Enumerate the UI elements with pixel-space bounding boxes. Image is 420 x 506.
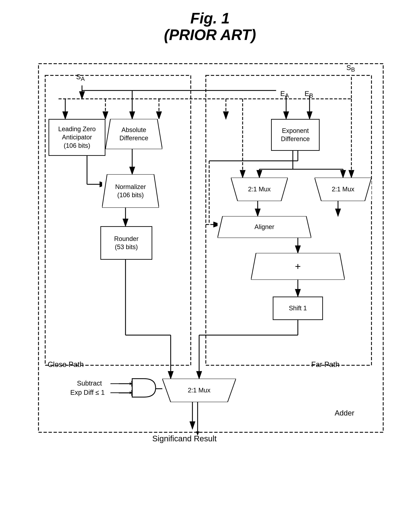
signal-sa-sub: A [81, 75, 85, 82]
title-line2: (PRIOR ART) [0, 27, 420, 43]
rounder-label: Rounder(53 bits) [114, 235, 139, 251]
abs-diff-block: AbsoluteDifference [105, 119, 162, 149]
svg-marker-54 [130, 391, 132, 394]
significand-result-label: Significand Result [152, 434, 217, 443]
mux1-label: 2:1 Mux [248, 185, 271, 193]
final-mux-block: 2:1 Mux [162, 379, 236, 402]
exp-diff-label: ExponentDifference [281, 127, 310, 143]
signal-sb-sub: B [351, 66, 355, 73]
svg-marker-57 [196, 432, 199, 436]
final-output-arrow [195, 402, 200, 436]
exp-diff-le1-label: Exp Diff ≤ 1 [70, 389, 105, 396]
subtract-arrow [110, 382, 132, 386]
mux2-block: 2:1 Mux [315, 178, 371, 201]
signal-ea: EA [280, 90, 289, 99]
exp-diff-block: ExponentDifference [271, 119, 320, 151]
rounder-block: Rounder(53 bits) [100, 226, 152, 260]
signal-ea-sub: A [285, 92, 289, 99]
title-line1: Fig. 1 [0, 10, 420, 27]
normalizer-block: Normalizer(106 bits) [102, 174, 159, 208]
adder-label: Adder [335, 409, 354, 417]
signal-eb: EB [304, 90, 313, 99]
lza-label: Leading ZeroAnticipator(106 bits) [58, 125, 96, 150]
normalizer-label: Normalizer(106 bits) [115, 183, 146, 199]
mux1-block: 2:1 Mux [231, 178, 288, 201]
svg-marker-52 [130, 382, 132, 385]
adder-block: + [251, 253, 345, 280]
aligner-block: Aligner [218, 216, 311, 238]
lza-block: Leading ZeroAnticipator(106 bits) [49, 119, 105, 156]
final-mux-label: 2:1 Mux [188, 386, 210, 394]
diagram: SA SB EA EB Leading ZeroAnticipator(106 … [25, 47, 393, 486]
signal-sa: SA [76, 73, 85, 82]
aligner-label: Aligner [254, 223, 274, 231]
abs-diff-label: AbsoluteDifference [119, 126, 149, 142]
shift1-label: Shift 1 [289, 304, 307, 312]
signal-sb: SB [346, 64, 355, 73]
page-title: Fig. 1 (PRIOR ART) [0, 0, 420, 43]
far-path-label: Far Path [311, 360, 340, 369]
mux2-label: 2:1 Mux [332, 185, 354, 193]
shift1-block: Shift 1 [273, 297, 323, 320]
adder-plus-label: + [295, 260, 301, 273]
close-path-label: Close Path [48, 360, 84, 369]
subtract-label: Subtract [77, 380, 102, 387]
signal-eb-sub: B [309, 92, 313, 99]
and-gate [130, 377, 157, 399]
exp-diff-arrow [110, 391, 132, 395]
